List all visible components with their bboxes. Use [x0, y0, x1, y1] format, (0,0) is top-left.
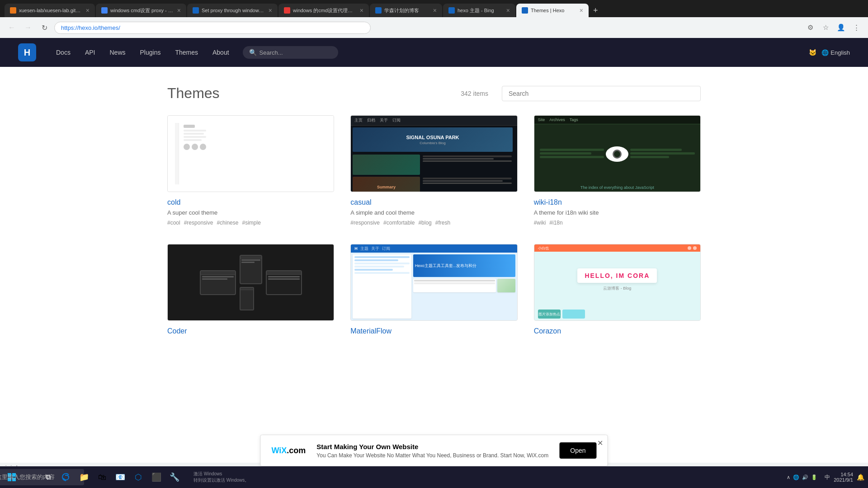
theme-name-cold[interactable]: cold: [167, 198, 334, 206]
theme-card-corazon[interactable]: 小白也 HELLO, IM CORA 云游博客 - Blog: [534, 244, 701, 339]
taskbar-file-explorer[interactable]: 📁: [76, 469, 92, 472]
theme-thumbnail-cold: [167, 115, 334, 192]
ad-logo: WiX.com: [271, 446, 306, 455]
tab-4-close[interactable]: ×: [360, 7, 363, 14]
taskbar-store[interactable]: 🛍: [94, 469, 110, 472]
theme-card-materialflow[interactable]: H 主题 关于 订阅: [350, 244, 517, 339]
theme-desc-cold: A super cool theme: [167, 209, 334, 216]
tab-5[interactable]: 学森计划的博客 ×: [370, 4, 442, 17]
tab-3-close[interactable]: ×: [269, 7, 272, 14]
nav-themes[interactable]: Themes: [169, 45, 204, 60]
theme-name-corazon[interactable]: Corazon: [534, 327, 701, 335]
ad-headline: Start Making Your Own Website: [316, 443, 548, 450]
theme-thumbnail-materialflow: H 主题 关于 订阅: [350, 244, 517, 321]
extensions-icon[interactable]: ⚙: [804, 21, 816, 34]
page-content: H Docs API News Plugins Themes About 🔍 🐱…: [0, 38, 868, 463]
hexo-logo[interactable]: H: [18, 43, 36, 61]
tab-6-close[interactable]: ×: [506, 7, 510, 14]
theme-tag: #cool: [167, 220, 180, 226]
theme-thumbnail-wiki: SiteArchivesTags: [534, 115, 701, 192]
theme-desc-casual: A simple and cool theme: [350, 209, 517, 216]
bookmark-icon[interactable]: ☆: [819, 21, 832, 34]
taskbar-task-view[interactable]: ⧉: [40, 469, 56, 472]
tab-5-close[interactable]: ×: [433, 7, 437, 14]
tab-4-title: windows 的cmd设置代理方法...: [293, 7, 357, 14]
themes-page: Themes 342 items: [140, 67, 728, 357]
nav-language-icon: 🌐: [821, 49, 829, 56]
tab-5-favicon: [375, 7, 382, 14]
taskbar-search-button[interactable]: 🔍 在这里输入您搜索的内容: [22, 469, 38, 472]
tab-1-favicon: [10, 7, 16, 14]
new-tab-button[interactable]: +: [590, 4, 602, 17]
tab-3-favicon: [193, 7, 199, 14]
themes-search-input[interactable]: [502, 86, 701, 101]
tab-4-favicon: [284, 7, 290, 14]
tab-2[interactable]: windows cmd设置 proxy - Goog... ×: [96, 4, 186, 17]
tab-1[interactable]: xuesen-lab/xuesen-lab.github.io ×: [5, 4, 95, 17]
nav-docs[interactable]: Docs: [50, 45, 77, 60]
tab-6-title: hexo 主题 - Bing: [458, 7, 494, 14]
nav-right: 🐱 🌐 English: [807, 47, 850, 58]
nav-about[interactable]: About: [206, 45, 236, 60]
tab-2-close[interactable]: ×: [177, 7, 181, 14]
tab-6[interactable]: hexo 主题 - Bing ×: [443, 4, 515, 17]
windows-activate-notice: 激活 Windows转到设置以激活 Windows。: [193, 471, 249, 472]
taskbar-mail[interactable]: 📧: [112, 469, 128, 472]
taskbar: 🔍 在这里输入您搜索的内容 ⧉ 📁 🛍 📧 ⬡ ⬛ 🔧 激活 Windows转到…: [0, 466, 868, 472]
theme-card-cold[interactable]: cold A super cool theme #cool #responsiv…: [167, 115, 334, 226]
nav-api[interactable]: API: [79, 45, 102, 60]
taskbar-edge-icon[interactable]: [58, 469, 74, 472]
theme-card-wiki[interactable]: SiteArchivesTags: [534, 115, 701, 226]
theme-tag: #responsive: [184, 220, 213, 226]
tab-6-favicon: [448, 7, 455, 14]
theme-name-casual[interactable]: casual: [350, 198, 517, 206]
profile-icon[interactable]: 👤: [835, 21, 847, 34]
ad-open-button[interactable]: Open: [559, 442, 596, 459]
nav-links: Docs API News Plugins Themes About: [50, 45, 236, 60]
theme-name-wiki[interactable]: wiki-i18n: [534, 198, 701, 206]
tab-7[interactable]: Themes | Hexo ×: [516, 4, 589, 17]
menu-icon[interactable]: ⋮: [850, 21, 863, 34]
tab-7-close[interactable]: ×: [580, 7, 583, 14]
theme-card-coder[interactable]: Coder: [167, 244, 334, 339]
ad-close-button[interactable]: ✕: [597, 439, 603, 447]
tab-1-title: xuesen-lab/xuesen-lab.github.io: [19, 8, 83, 13]
ad-banner: ✕ WiX.com Start Making Your Own Website …: [260, 435, 608, 466]
address-input[interactable]: [54, 22, 371, 34]
ad-text: Start Making Your Own Website You Can Ma…: [316, 443, 548, 459]
taskbar-extra[interactable]: 🔧: [166, 469, 183, 472]
tab-7-title: Themes | Hexo: [531, 8, 564, 13]
tab-3-title: Set proxy through windows com...: [202, 8, 266, 13]
browser-window: xuesen-lab/xuesen-lab.github.io × window…: [0, 0, 868, 472]
nav-search: 🔍: [243, 46, 338, 59]
theme-tags-wiki: #wiki #i18n: [534, 220, 701, 226]
address-bar-row: ← → ↻ ⚙ ☆ 👤 ⋮: [0, 17, 868, 38]
themes-grid: cold A super cool theme #cool #responsiv…: [167, 115, 701, 339]
toolbar-right: ⚙ ☆ 👤 ⋮: [804, 21, 863, 34]
taskbar-vscode[interactable]: ⬡: [130, 469, 146, 472]
nav-news[interactable]: News: [103, 45, 132, 60]
nav-search-input[interactable]: [259, 49, 332, 56]
tab-bar: xuesen-lab/xuesen-lab.github.io × window…: [0, 0, 868, 17]
taskbar-terminal[interactable]: ⬛: [148, 469, 165, 472]
nav-github-icon[interactable]: 🐱: [807, 47, 818, 58]
forward-button[interactable]: →: [22, 21, 34, 34]
reload-button[interactable]: ↻: [38, 21, 51, 34]
tab-4[interactable]: windows 的cmd设置代理方法... ×: [278, 4, 369, 17]
tab-3[interactable]: Set proxy through windows com... ×: [187, 4, 278, 17]
theme-tags-casual: #responsive #comfortable #blog #fresh: [350, 220, 517, 226]
theme-name-coder[interactable]: Coder: [167, 327, 334, 335]
tab-7-favicon: [522, 7, 528, 14]
ad-body: You Can Make Your Website No Matter What…: [316, 452, 548, 459]
themes-header: Themes 342 items: [167, 85, 701, 102]
tab-1-close[interactable]: ×: [86, 7, 90, 14]
back-button[interactable]: ←: [5, 21, 18, 34]
tab-2-title: windows cmd设置 proxy - Goog...: [110, 7, 175, 14]
nav-search-icon: 🔍: [249, 49, 257, 56]
theme-tag: #chinese: [217, 220, 238, 226]
nav-language[interactable]: 🌐 English: [821, 49, 850, 56]
nav-plugins[interactable]: Plugins: [134, 45, 167, 60]
theme-card-casual[interactable]: 主页归档关于订阅 SIGNAL OSUNA PARK Columbia's Bl…: [350, 115, 517, 226]
theme-name-materialflow[interactable]: MaterialFlow: [350, 327, 517, 335]
hexo-nav: H Docs API News Plugins Themes About 🔍 🐱…: [0, 38, 868, 67]
